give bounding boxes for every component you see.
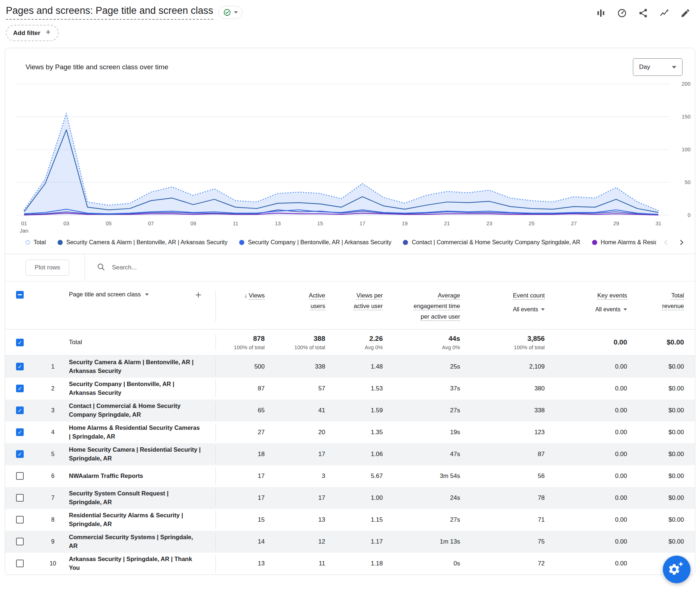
active-users-cell: 13: [267, 516, 327, 524]
legend-label: Home Alarms & Residential Security Camer…: [601, 239, 656, 246]
row-checkbox[interactable]: [16, 363, 24, 370]
legend-chevron-left-icon[interactable]: [662, 238, 670, 246]
column-header-total-revenue[interactable]: Total revenue: [629, 290, 695, 311]
row-checkbox[interactable]: [16, 516, 24, 524]
row-checkbox[interactable]: [16, 538, 24, 545]
svg-text:07: 07: [148, 221, 154, 226]
granularity-value: Day: [639, 63, 650, 71]
insights-fab-button[interactable]: [663, 556, 691, 583]
row-index: 5: [46, 451, 60, 458]
avg-engagement-time-cell: 24s: [385, 494, 462, 502]
row-page-title: Security System Consult Request | Spring…: [69, 489, 211, 507]
row-page-title: Contact | Commercial & Home Security Com…: [69, 402, 211, 419]
comparisons-icon[interactable]: [596, 8, 606, 18]
table-row: 5 Home Security Camera | Residential Sec…: [5, 443, 695, 465]
table-row: 3 Contact | Commercial & Home Security C…: [5, 400, 695, 421]
share-icon[interactable]: [638, 8, 648, 18]
event-count-cell: 56: [462, 472, 547, 480]
svg-text:25: 25: [529, 221, 534, 226]
svg-text:200: 200: [682, 81, 691, 87]
event-count-cell: 78: [462, 494, 547, 502]
svg-text:50: 50: [685, 179, 691, 185]
column-header-views[interactable]: ↓Views: [216, 290, 267, 301]
column-header-event-count[interactable]: Event count All events: [462, 290, 547, 315]
active-users-cell: 3: [267, 472, 327, 480]
search-input[interactable]: [111, 264, 293, 272]
active-users-cell: 57: [267, 385, 327, 392]
row-checkbox[interactable]: [16, 560, 24, 567]
granularity-select[interactable]: Day: [633, 58, 682, 76]
chart-legend: Total Security Camera & Alarm | Bentonvi…: [5, 236, 695, 254]
svg-text:05: 05: [106, 221, 112, 226]
legend-label: Total: [34, 239, 46, 246]
total-row-checkbox[interactable]: [16, 339, 24, 346]
total-revenue-cell: $0.00: [629, 363, 695, 370]
table-body: 1 Security Camera & Alarm | Bentonville,…: [5, 356, 695, 575]
svg-text:31: 31: [656, 221, 661, 226]
legend-item: Contact | Commercial & Home Security Com…: [403, 239, 580, 246]
row-index: 8: [46, 517, 60, 523]
avg-engagement-time-cell: 25s: [385, 363, 462, 370]
total-revenue-cell: $0.00: [629, 472, 695, 480]
table-row: 10 Arkansas Security | Springdale, AR | …: [5, 553, 695, 575]
svg-text:13: 13: [275, 221, 281, 226]
row-checkbox[interactable]: [16, 450, 24, 458]
active-users-cell: 17: [267, 494, 327, 502]
row-page-title: Home Security Camera | Residential Secur…: [69, 445, 211, 463]
svg-text:0: 0: [688, 212, 691, 218]
svg-text:29: 29: [613, 221, 619, 226]
event-count-filter-dropdown[interactable]: All events: [462, 304, 545, 315]
avg-engagement-time-cell: 1m 13s: [385, 538, 462, 545]
event-count-cell: 75: [462, 538, 547, 545]
legend-item: Security Camera & Alarm | Bentonville, A…: [58, 239, 228, 246]
key-events-filter-dropdown[interactable]: All events: [547, 304, 627, 315]
add-filter-button[interactable]: Add filter: [6, 25, 59, 41]
active-users-cell: 11: [267, 560, 327, 567]
active-users-cell: 20: [267, 429, 327, 436]
table-total-row: Total 878100% of total 388100% of total …: [5, 330, 695, 356]
views-per-active-user-cell: 1.18: [327, 560, 385, 567]
active-users-cell: 12: [267, 538, 327, 545]
add-dimension-button[interactable]: [194, 291, 202, 299]
row-checkbox[interactable]: [16, 494, 24, 502]
row-checkbox[interactable]: [16, 385, 24, 392]
row-checkbox[interactable]: [16, 472, 24, 480]
total-revenue-cell: $0.00: [629, 407, 695, 414]
insights-icon[interactable]: [659, 8, 669, 18]
views-cell: 18: [216, 451, 267, 458]
column-header-key-events[interactable]: Key events All events: [547, 290, 629, 315]
legend-dot-icon: [58, 240, 63, 245]
key-events-cell: 0.00: [547, 429, 629, 436]
edit-icon[interactable]: [680, 8, 691, 18]
legend-chevron-right-icon[interactable]: [677, 238, 685, 246]
active-users-cell: 41: [267, 407, 327, 414]
dropdown-arrow-icon: [672, 66, 676, 69]
dimension-header[interactable]: Page title and screen class: [69, 291, 149, 298]
row-index: 3: [46, 407, 60, 414]
column-header-active-users[interactable]: Active users: [267, 290, 327, 311]
search-icon: [97, 262, 105, 273]
svg-text:100: 100: [682, 147, 691, 152]
event-count-cell: 380: [462, 385, 547, 392]
total-views-cell: 878100% of total: [216, 335, 267, 350]
total-event-count-cell: 3,856100% of total: [462, 335, 547, 350]
gauge-icon[interactable]: [617, 8, 627, 18]
row-checkbox[interactable]: [16, 428, 24, 436]
legend-dot-icon: [26, 240, 30, 245]
svg-text:11: 11: [233, 221, 238, 226]
select-all-checkbox[interactable]: [16, 291, 24, 299]
chevron-down-icon: [623, 308, 627, 311]
column-header-avg-engagement-time[interactable]: Average engagement time per active user: [385, 290, 462, 322]
report-status-badge[interactable]: [218, 6, 242, 19]
total-key-events-cell: 0.00: [547, 338, 629, 346]
plot-rows-button[interactable]: Plot rows: [26, 260, 69, 276]
row-index: 2: [46, 385, 60, 392]
event-count-cell: 72: [462, 560, 547, 567]
report-title[interactable]: Pages and screens: Page title and screen…: [6, 5, 213, 20]
row-checkbox[interactable]: [16, 406, 24, 414]
column-header-views-per-active-user[interactable]: Views per active user: [327, 290, 385, 311]
avg-engagement-time-cell: 37s: [385, 385, 462, 392]
avg-engagement-time-cell: 47s: [385, 451, 462, 458]
chevron-down-icon: [541, 308, 545, 311]
row-page-title: Security Camera & Alarm | Bentonville, A…: [69, 358, 211, 375]
